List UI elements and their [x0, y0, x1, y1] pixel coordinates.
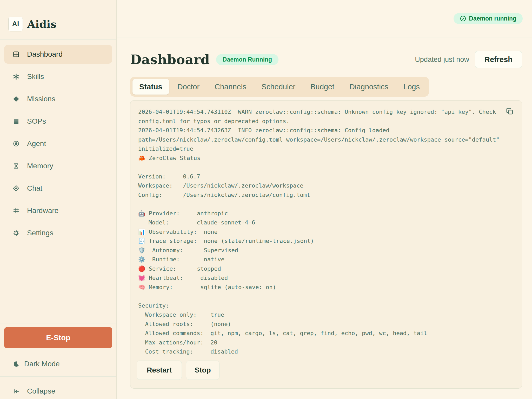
app-logo: Ai	[8, 17, 23, 31]
daemon-status-text: Daemon running	[469, 15, 516, 22]
sidebar-item-label: SOPs	[27, 117, 46, 125]
sidebar-item-label: Agent	[27, 139, 46, 148]
brand-name: Aidis	[27, 18, 56, 30]
logo-monogram: Ai	[12, 20, 19, 28]
dark-mode-label: Dark Mode	[24, 360, 60, 368]
tab-budget[interactable]: Budget	[304, 79, 341, 95]
copy-icon[interactable]	[506, 107, 514, 115]
sidebar-item-skills[interactable]: Skills	[4, 67, 112, 86]
content: Dashboard Daemon Running Updated just no…	[117, 37, 532, 389]
tab-channels[interactable]: Channels	[208, 79, 253, 95]
circle-dot-icon	[12, 140, 20, 147]
hash-icon	[12, 207, 20, 214]
collapse-label: Collapse	[27, 387, 55, 395]
sidebar-item-label: Skills	[27, 72, 44, 81]
refresh-button[interactable]: Refresh	[475, 51, 522, 68]
sidebar-item-memory[interactable]: Memory	[4, 157, 112, 175]
sidebar-item-label: Missions	[27, 95, 55, 103]
sidebar-item-sops[interactable]: SOPs	[4, 112, 112, 131]
restart-button[interactable]: Restart	[137, 361, 182, 380]
sidebar-item-label: Chat	[27, 184, 42, 192]
dark-mode-toggle[interactable]: Dark Mode	[0, 356, 116, 372]
diamond-inset-icon	[12, 185, 20, 192]
page-header: Dashboard Daemon Running Updated just no…	[130, 51, 522, 68]
panel-footer: Restart Stop	[130, 355, 522, 385]
dashboard-grid-icon	[12, 51, 20, 58]
status-panel: 2026-04-01T19:44:54.743110Z WARN zerocla…	[130, 100, 522, 389]
check-circle-icon	[460, 15, 466, 22]
sidebar-spacer	[0, 246, 116, 323]
sidebar-item-label: Settings	[27, 229, 53, 237]
lined-square-icon	[12, 118, 20, 125]
sidebar: Ai Aidis Dashboard Skills	[0, 0, 117, 399]
stop-button[interactable]: Stop	[186, 361, 219, 380]
asterisk-icon	[12, 73, 20, 80]
tab-status[interactable]: Status	[132, 79, 169, 95]
sidebar-item-hardware[interactable]: Hardware	[4, 201, 112, 220]
moon-icon	[12, 360, 20, 368]
sidebar-nav: Dashboard Skills Missions SOPs	[0, 40, 116, 246]
main-area: Daemon running Dashboard Daemon Running …	[117, 0, 532, 399]
daemon-running-badge: Daemon Running	[216, 54, 278, 65]
page-title: Dashboard	[130, 52, 210, 67]
sidebar-item-missions[interactable]: Missions	[4, 90, 112, 108]
estop-section: E-Stop	[0, 323, 116, 348]
sidebar-item-agent[interactable]: Agent	[4, 134, 112, 153]
sidebar-item-label: Hardware	[27, 207, 58, 215]
hourglass-icon	[12, 162, 20, 170]
collapse-button[interactable]: Collapse	[0, 383, 116, 399]
gear-icon	[12, 229, 20, 237]
sidebar-divider	[0, 376, 116, 377]
updated-text: Updated just now	[415, 56, 469, 64]
tab-doctor[interactable]: Doctor	[171, 79, 206, 95]
sidebar-item-settings[interactable]: Settings	[4, 224, 112, 242]
tab-scheduler[interactable]: Scheduler	[255, 79, 302, 95]
sidebar-item-label: Memory	[27, 162, 53, 170]
tab-bar: Status Doctor Channels Scheduler Budget …	[130, 77, 429, 97]
sidebar-item-dashboard[interactable]: Dashboard	[4, 45, 112, 64]
sidebar-item-label: Dashboard	[27, 50, 63, 58]
e-stop-button[interactable]: E-Stop	[4, 327, 112, 348]
status-log: 2026-04-01T19:44:54.743110Z WARN zerocla…	[130, 101, 522, 355]
tab-diagnostics[interactable]: Diagnostics	[343, 79, 395, 95]
collapse-arrow-icon	[12, 388, 20, 395]
tab-logs[interactable]: Logs	[397, 79, 427, 95]
topbar: Daemon running	[117, 0, 532, 37]
daemon-status-pill: Daemon running	[454, 13, 523, 24]
app-root: Ai Aidis Dashboard Skills	[0, 0, 532, 399]
log-viewport[interactable]: 2026-04-01T19:44:54.743110Z WARN zerocla…	[130, 101, 522, 355]
brand: Ai Aidis	[0, 0, 116, 31]
diamond-icon	[12, 95, 20, 103]
sidebar-item-chat[interactable]: Chat	[4, 179, 112, 198]
